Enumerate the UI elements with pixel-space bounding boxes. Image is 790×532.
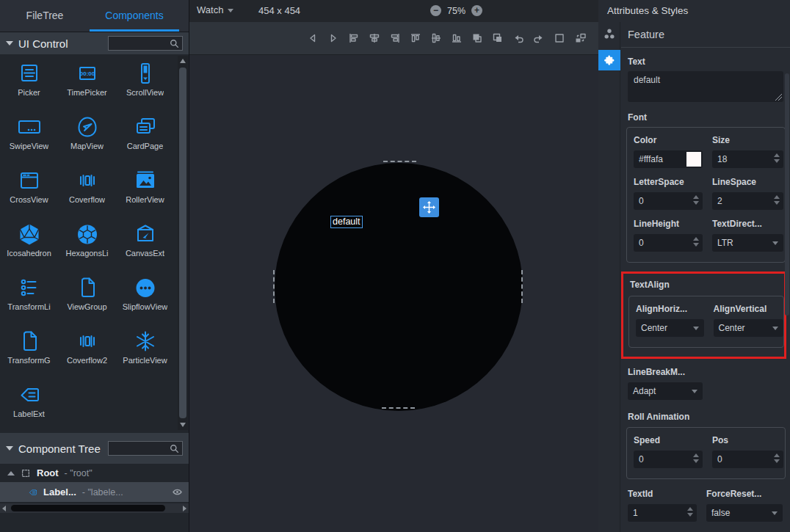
component-item-coverflow[interactable]: Coverflow <box>58 164 116 218</box>
tab-filetree[interactable]: FileTree <box>0 0 90 32</box>
send-backward-icon[interactable] <box>492 32 504 44</box>
text-value-input[interactable]: default <box>628 71 783 102</box>
zoom-in-button[interactable]: + <box>471 5 482 16</box>
component-label: SwipeView <box>10 142 49 150</box>
stepper-icon[interactable] <box>774 153 780 163</box>
component-item-rollerview[interactable]: RollerView <box>116 164 174 218</box>
stepper-icon[interactable] <box>693 453 699 463</box>
bring-forward-icon[interactable] <box>471 32 483 44</box>
align-bottom-icon[interactable] <box>451 32 463 44</box>
component-item-timepicker[interactable]: 00:00 TimePicker <box>58 57 116 111</box>
letterspace-input[interactable]: 0 <box>634 192 703 210</box>
visibility-eye-icon[interactable] <box>172 487 183 497</box>
transform-swap-icon[interactable] <box>574 32 587 44</box>
collapse-ui-control-icon[interactable] <box>6 41 13 45</box>
tree-row-label[interactable]: Label... - "labele... <box>0 482 189 502</box>
editor-center: Watch 454 x 454 − 75% + <box>189 0 598 532</box>
ui-control-search[interactable] <box>108 36 183 51</box>
resize-grip-icon[interactable] <box>775 94 782 101</box>
component-item-transformlist[interactable]: TransformLi <box>0 272 58 325</box>
lineheight-input[interactable]: 0 <box>634 234 703 252</box>
component-label: ScrollView <box>126 88 164 97</box>
linespace-input[interactable]: 2 <box>712 192 783 210</box>
collapse-tree-icon[interactable] <box>6 446 13 451</box>
component-item-scrollview[interactable]: ScrollView <box>116 57 174 111</box>
component-item-cardpage[interactable]: CardPage <box>116 111 174 164</box>
redo-icon[interactable] <box>533 32 545 44</box>
alignvertical-value: Center <box>719 323 745 333</box>
stepper-icon[interactable] <box>693 237 699 247</box>
hexagons-icon <box>76 223 99 245</box>
component-item-crossview[interactable]: CrossView <box>0 164 58 218</box>
watch-dropdown[interactable]: Watch <box>197 4 233 15</box>
align-right-icon[interactable] <box>389 32 401 44</box>
scroll-up-icon[interactable] <box>180 59 186 63</box>
ui-control-search-input[interactable] <box>109 37 169 49</box>
component-item-particleview[interactable]: ParticleView <box>116 325 174 379</box>
component-tree-title: Component Tree <box>18 442 101 455</box>
color-swatch[interactable] <box>686 152 701 167</box>
hscrollbar-thumb[interactable] <box>11 505 165 511</box>
component-item-icosahedron[interactable]: Icosahedron <box>0 218 58 272</box>
component-item-picker[interactable]: Picker <box>0 57 58 111</box>
tree-search[interactable] <box>108 441 183 456</box>
font-color-input[interactable]: #fffafa <box>634 150 703 168</box>
component-item-coverflow2[interactable]: Coverflow2 <box>58 325 116 379</box>
tree-search-input[interactable] <box>109 442 169 454</box>
component-item-labelext[interactable]: LabelExt <box>0 379 58 432</box>
component-item-transformgroup[interactable]: TransformG <box>0 325 58 379</box>
tree-hscrollbar[interactable] <box>0 503 189 513</box>
scroll-right-icon[interactable] <box>183 506 186 511</box>
selection-tick-bottom <box>382 407 415 409</box>
transformlist-icon <box>18 277 41 299</box>
inspector-scrollbar-thumb[interactable] <box>785 73 789 316</box>
scroll-down-icon[interactable] <box>180 423 186 427</box>
tab-components[interactable]: Components <box>90 0 179 32</box>
palette-scrollbar[interactable] <box>178 56 188 430</box>
chevron-down-icon <box>772 327 778 330</box>
stepper-icon[interactable] <box>774 195 780 205</box>
canvas-circle-shape[interactable] <box>275 163 523 411</box>
component-item-swipeview[interactable]: SwipeView <box>0 111 58 164</box>
linebreak-dropdown[interactable]: Adapt <box>628 382 703 400</box>
align-top-icon[interactable] <box>410 32 421 44</box>
move-handle[interactable] <box>419 197 439 217</box>
stepper-icon[interactable] <box>774 453 780 463</box>
marquee-select-icon[interactable] <box>554 32 565 44</box>
forcereset-dropdown[interactable]: false <box>706 504 783 522</box>
component-item-hexagonslist[interactable]: HexagonsLi <box>58 218 116 272</box>
design-canvas[interactable]: default <box>189 55 598 532</box>
pos-input[interactable]: 0 <box>712 451 783 468</box>
component-item-slipflowview[interactable]: SlipflowView <box>116 272 174 325</box>
feature-plugin-tab[interactable] <box>598 50 620 70</box>
scrollbar-thumb[interactable] <box>179 68 186 418</box>
scroll-left-icon[interactable] <box>2 506 6 511</box>
component-item-mapview[interactable]: MapView <box>58 111 116 164</box>
align-center-vertical-icon[interactable] <box>430 32 442 44</box>
undo-icon[interactable] <box>512 32 524 44</box>
textid-input[interactable]: 1 <box>628 504 697 522</box>
speed-input[interactable]: 0 <box>634 451 703 468</box>
component-tree-header: Component Tree <box>0 433 189 464</box>
alignvertical-dropdown[interactable]: Center <box>714 319 783 337</box>
nav-forward-icon[interactable] <box>327 32 339 44</box>
textdirect-dropdown[interactable]: LTR <box>712 234 783 252</box>
expander-icon[interactable] <box>7 471 15 475</box>
stepper-icon[interactable] <box>687 507 693 517</box>
nav-back-icon[interactable] <box>307 32 319 44</box>
mapview-icon <box>76 116 99 138</box>
text-field-label: Text <box>628 57 790 67</box>
zoom-out-button[interactable]: − <box>430 5 441 16</box>
tree-row-root[interactable]: Root - "root" <box>0 464 189 482</box>
selected-label-element[interactable]: default <box>330 216 363 228</box>
font-size-input[interactable]: 18 <box>712 150 783 168</box>
component-tree: Root - "root" Label... - "labele... <box>0 464 189 513</box>
component-item-viewgroup[interactable]: ViewGroup <box>58 272 116 325</box>
component-item-canvasext[interactable]: CanvasExt <box>116 218 174 272</box>
align-left-icon[interactable] <box>348 32 360 44</box>
group-nodes-icon[interactable] <box>603 27 616 40</box>
align-center-horizontal-icon[interactable] <box>369 32 380 44</box>
selection-tick-top <box>383 161 416 162</box>
stepper-icon[interactable] <box>693 195 699 205</box>
alignhoriz-dropdown[interactable]: Center <box>636 319 704 337</box>
